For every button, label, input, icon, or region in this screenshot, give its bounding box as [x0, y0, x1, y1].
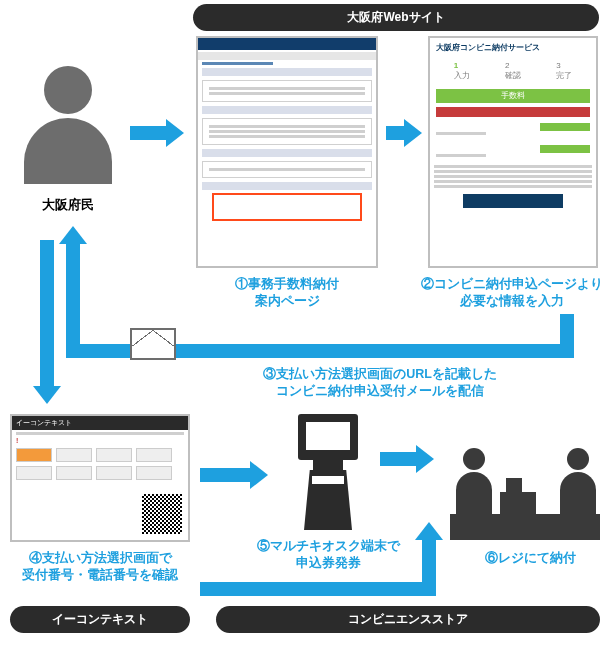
kiosk-icon	[292, 414, 364, 532]
arrow-econ-to-kiosk	[200, 468, 254, 482]
econ-options	[12, 444, 188, 484]
footer-econtext: イーコンテキスト	[10, 606, 190, 633]
arrow-mail-to-citizen	[66, 240, 80, 344]
arrow-citizen-down	[40, 240, 54, 390]
arrow-citizen-to-guide	[130, 126, 170, 140]
footer-cvs: コンビニエンスストア	[216, 606, 600, 633]
caption-register: ⑥レジにて納付	[460, 550, 600, 567]
arrow-alt-up	[422, 536, 436, 582]
form-section-bar: 手数料	[436, 89, 590, 103]
guide-highlight-box	[212, 193, 362, 221]
econ-header: イーコンテキスト	[12, 416, 188, 430]
header-osaka-website: 大阪府Webサイト	[193, 4, 599, 31]
register-icon	[450, 420, 600, 540]
citizen-label: 大阪府民	[18, 196, 118, 214]
caption-guide: ①事務手数料納付 案内ページ	[196, 276, 378, 310]
flowline-3a	[560, 314, 574, 344]
caption-kiosk: ⑤マルチキオスク端末で 申込券発券	[248, 538, 408, 572]
econ-qr	[142, 494, 182, 534]
form-notice-strip	[436, 107, 590, 117]
caption-econ: ④支払い方法選択画面で 受付番号・電話番号を確認	[0, 550, 200, 584]
arrow-guide-to-form	[386, 126, 408, 140]
caption-form: ②コンビニ納付申込ページより 必要な情報を入力	[414, 276, 610, 310]
citizen-icon	[18, 66, 118, 186]
caption-mail: ③支払い方法選択画面のURLを記載した コンビニ納付申込受付メールを配信	[200, 366, 560, 400]
flow-diagram: 大阪府Webサイト 大阪府民 ①事務手数料納付 案内ページ 大阪府コンビニ納付サ…	[0, 0, 610, 653]
arrow-kiosk-to-register	[380, 452, 420, 466]
screenshot-form-page: 大阪府コンビニ納付サービス 1入力 2確認 3完了 手数料	[428, 36, 598, 268]
mail-icon	[130, 328, 176, 360]
flowline-alt-a	[200, 582, 436, 596]
screenshot-econtext: イーコンテキスト !	[10, 414, 190, 542]
form-service-title: 大阪府コンビニ納付サービス	[430, 38, 596, 57]
form-steps: 1入力 2確認 3完了	[430, 57, 596, 85]
econ-alert: !	[12, 437, 188, 444]
form-submit-button	[463, 194, 563, 208]
screenshot-guide-page	[196, 36, 378, 268]
